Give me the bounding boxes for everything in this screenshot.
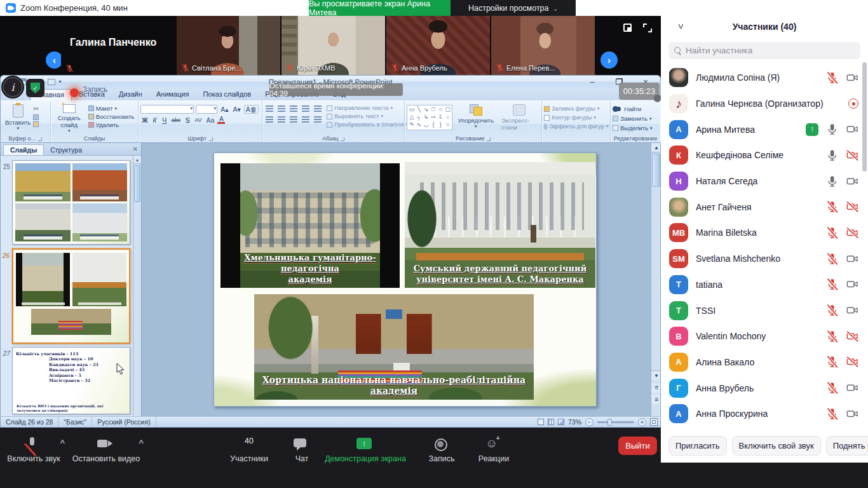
participant-row[interactable]: T TSSI ↑ — [661, 297, 868, 323]
convert-smartart-button[interactable]: Преобразовать в SmartArt▾ — [327, 121, 408, 128]
cut-icon[interactable]: ✂ — [33, 105, 39, 113]
camera-status-icon[interactable] — [846, 200, 859, 214]
increase-indent-button[interactable] — [302, 105, 309, 112]
shape-fill-button[interactable]: Заливка фигуры▾ — [544, 105, 608, 112]
slide-thumbnail-25[interactable] — [12, 160, 130, 245]
new-slide-button[interactable]: Создать слайд ▾ — [53, 103, 86, 135]
participant-row[interactable]: SM Svetlana Mishchenko ↑ — [661, 246, 868, 272]
mic-status-icon[interactable] — [825, 407, 839, 421]
camera-status-icon[interactable] — [846, 407, 859, 421]
camera-status-icon[interactable] — [846, 278, 859, 291]
find-button[interactable]: Найти — [613, 105, 658, 112]
bold-button[interactable]: Ж — [140, 116, 149, 124]
toolbar-item[interactable]: 40 ^ Участники — [224, 435, 275, 467]
scrollbar-thumb[interactable] — [134, 165, 140, 202]
columns-button[interactable] — [314, 116, 322, 123]
select-button[interactable]: Выделить▾ — [613, 125, 658, 132]
toolbar-item[interactable]: ^ Реакции — [471, 435, 516, 467]
scrollbar-thumb[interactable] — [652, 154, 660, 187]
mic-status-icon[interactable] — [825, 123, 839, 136]
participant-row[interactable]: А Алина Вакало ↑ — [661, 349, 868, 376]
participant-row[interactable]: А Анна Проскурина ↑ — [661, 401, 868, 427]
mic-status-icon[interactable] — [825, 252, 839, 266]
shape-effects-button[interactable]: Эффекты для фигур▾ — [544, 123, 608, 130]
participant-row[interactable]: Г Анна Врубель ↑ — [661, 375, 868, 401]
line-spacing-button[interactable] — [314, 105, 322, 112]
panel-footer-button[interactable]: Включить свой звук — [732, 436, 821, 456]
gallery-view-icon[interactable] — [623, 24, 632, 32]
collapse-panel-icon[interactable]: ∨ — [677, 22, 684, 30]
text-shadow-button[interactable]: S — [184, 116, 191, 124]
clear-formatting-button[interactable]: A🗑 — [244, 105, 259, 114]
zoom-out-button[interactable]: − — [585, 418, 593, 426]
font-size-combo[interactable] — [196, 105, 217, 114]
slides-tab[interactable]: Слайды — [3, 144, 44, 155]
mic-status-icon[interactable] — [825, 149, 839, 162]
ribbon-tab[interactable]: Дизайн — [112, 89, 149, 100]
align-center-button[interactable] — [278, 116, 285, 123]
participant-row[interactable]: T tatiana ↑ — [661, 272, 868, 298]
previous-slide-button[interactable]: ⇈ — [651, 383, 661, 393]
toolbar-item[interactable]: ^ Демонстрация экрана — [321, 435, 410, 467]
video-tile[interactable]: Світлана Бре... Світлана Бре... — [177, 16, 280, 75]
participant-search[interactable] — [668, 42, 860, 59]
video-tile[interactable]: Галина Панченко Галина Панченко — [61, 16, 175, 75]
format-painter-icon[interactable] — [33, 121, 39, 127]
dialog-launcher-icon[interactable] — [487, 137, 491, 141]
slide-thumbnail-27[interactable]: Кількість учасників - 113 Доктори наук –… — [12, 347, 130, 414]
panel-footer-button[interactable]: Поднять руку — [826, 436, 868, 456]
next-slide-button[interactable]: ⇊ — [651, 395, 661, 404]
replace-button[interactable]: Заменить▾ — [613, 115, 658, 122]
change-case-button[interactable]: Aa — [205, 116, 216, 124]
camera-status-icon[interactable] — [846, 226, 859, 240]
previous-videos-button[interactable]: ‹ — [46, 51, 63, 69]
zoom-slider[interactable] — [597, 421, 634, 423]
mic-status-icon[interactable] — [825, 304, 839, 317]
camera-status-icon[interactable] — [846, 355, 859, 369]
pane-scrollbar[interactable]: ▲ — [133, 156, 141, 416]
ribbon-tab[interactable]: Анимация — [149, 89, 196, 100]
scroll-up-icon[interactable]: ▲ — [651, 143, 661, 152]
toolbar-item[interactable]: ^ Чат — [283, 435, 321, 467]
leave-meeting-button[interactable]: Выйти — [618, 437, 657, 455]
camera-status-icon[interactable] — [846, 304, 859, 317]
scroll-down-icon[interactable]: ▼ — [651, 370, 661, 380]
shrink-font-button[interactable]: A▾ — [231, 105, 241, 113]
align-text-button[interactable]: Выровнять текст▾ — [327, 113, 408, 119]
layout-button[interactable]: Макет▾ — [88, 105, 135, 112]
video-tile[interactable]: Елена Перев... Елена Перев... — [491, 16, 595, 75]
participant-row[interactable]: Анет Гайченя ↑ — [661, 194, 868, 220]
camera-status-icon[interactable] — [846, 123, 859, 136]
scroll-up-icon[interactable]: ▲ — [133, 156, 141, 164]
zoom-in-button[interactable]: + — [638, 418, 646, 426]
mic-status-icon[interactable] — [825, 175, 839, 188]
video-tile[interactable]: Юрій ПХМВ Юрій ПХМВ — [281, 16, 385, 75]
current-slide[interactable]: Хмельницька гуманітарно-педагогічна акад… — [214, 152, 597, 407]
camera-status-icon[interactable] — [846, 381, 859, 395]
font-color-button[interactable]: А — [217, 116, 225, 124]
slideshow-view-icon[interactable] — [558, 419, 564, 425]
antivirus-shield-icon[interactable]: ✓ — [26, 79, 44, 97]
paste-button[interactable]: Вставить ▾ — [3, 103, 33, 132]
align-left-button[interactable] — [266, 116, 273, 123]
decrease-indent-button[interactable] — [290, 105, 297, 112]
mic-status-icon[interactable] — [825, 381, 839, 395]
next-videos-button[interactable]: › — [600, 51, 618, 69]
fullscreen-icon[interactable] — [643, 24, 652, 32]
toolbar-item[interactable]: ^ Запись — [419, 435, 464, 467]
panel-scrollbar-thumb[interactable] — [862, 62, 867, 172]
reset-button[interactable]: Восстановить — [88, 113, 135, 120]
mic-status-icon[interactable] — [825, 226, 839, 240]
camera-status-icon[interactable] — [846, 252, 859, 266]
numbering-button[interactable] — [278, 105, 285, 112]
language-indicator[interactable]: Русский (Россия) — [92, 417, 156, 427]
shapes-gallery[interactable]: ▭╲↘□○▢ △┐↳⇨⇩⌂ ✎∿◡{}☆ — [407, 105, 452, 130]
toolbar-item[interactable]: ^ Остановить видео — [71, 435, 141, 467]
justify-button[interactable] — [302, 116, 309, 123]
shape-outline-button[interactable]: Контур фигуры▾ — [544, 114, 608, 121]
participant-row[interactable]: К Кешфедінова Селіме ↑ — [661, 142, 868, 168]
mic-status-icon[interactable] — [825, 278, 839, 291]
dialog-launcher-icon[interactable] — [38, 137, 42, 141]
ribbon-tab[interactable]: Показ слайдов — [196, 89, 258, 100]
fit-to-window-icon[interactable] — [650, 418, 658, 426]
